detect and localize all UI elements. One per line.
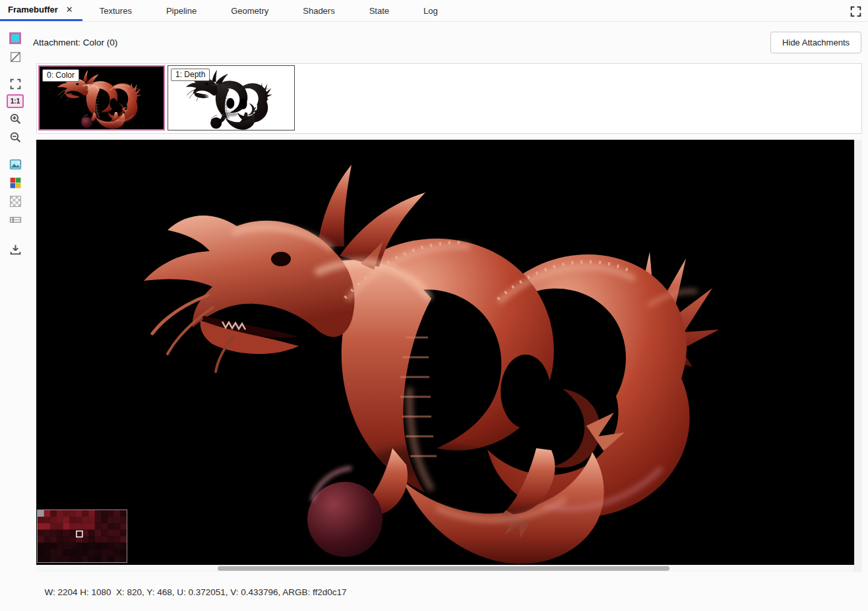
zoom-1-1-label: 1:1 — [11, 98, 20, 105]
zoom-in-button[interactable] — [7, 111, 24, 127]
tab-pipeline[interactable]: Pipeline — [149, 0, 214, 21]
save-image-button[interactable] — [7, 241, 24, 257]
attachment-label-chip: 1: Depth — [171, 69, 210, 81]
tab-state[interactable]: State — [352, 0, 406, 21]
horizontal-scrollbar-thumb[interactable] — [218, 566, 669, 571]
zoom-out-button[interactable] — [7, 129, 24, 145]
image-icon — [9, 158, 22, 171]
tab-framebuffer[interactable]: Framebuffer ✕ — [0, 0, 82, 21]
framebuffer-viewport[interactable] — [36, 140, 854, 565]
attachment-thumb-depth[interactable]: 1: Depth — [168, 65, 295, 131]
attachment-label-chip: 0: Color — [42, 69, 79, 82]
download-icon — [9, 243, 22, 256]
vertical-scrollbar[interactable] — [854, 140, 862, 572]
tab-textures[interactable]: Textures — [82, 0, 149, 21]
tab-geometry[interactable]: Geometry — [214, 0, 286, 21]
tab-label: Log — [423, 6, 438, 16]
zoom-actual-size-button[interactable]: 1:1 — [7, 94, 24, 108]
tab-label: Shaders — [303, 6, 334, 16]
left-toolbar: 1:1 — [5, 30, 25, 257]
pixel-magnifier — [37, 509, 127, 563]
rgba-channels-icon — [9, 177, 22, 189]
color-swatch-icon — [9, 32, 22, 45]
tab-label: Framebuffer — [8, 5, 58, 15]
hide-attachments-button[interactable]: Hide Attachments — [770, 32, 861, 53]
zoom-out-icon — [9, 131, 22, 144]
status-text: W: 2204 H: 1080 X: 820, Y: 468, U: 0.372… — [45, 587, 347, 597]
tab-log[interactable]: Log — [406, 0, 455, 21]
tab-close-icon[interactable]: ✕ — [66, 5, 73, 14]
color-channels-button[interactable] — [7, 175, 24, 190]
status-bar: W: 2204 H: 1080 X: 820, Y: 468, U: 0.372… — [40, 577, 347, 597]
tab-label: State — [369, 6, 389, 16]
tab-label: Pipeline — [166, 6, 197, 16]
tab-label: Geometry — [231, 6, 268, 16]
zoom-in-icon — [9, 113, 22, 125]
zoom-fit-icon — [9, 78, 22, 90]
alpha-diagonal-button[interactable] — [7, 49, 24, 65]
attachments-strip: 0: Color 1: Depth — [36, 63, 862, 134]
tab-bar: Framebuffer ✕ Textures Pipeline Geometry… — [0, 0, 868, 22]
tab-label: Textures — [100, 6, 132, 16]
color-swatch-button[interactable] — [7, 30, 24, 46]
histogram-range-button[interactable] — [7, 212, 24, 227]
zoom-fit-button[interactable] — [7, 76, 24, 92]
attachment-thumb-color[interactable]: 0: Color — [38, 65, 165, 131]
view-image-button[interactable] — [7, 156, 24, 172]
range-icon — [9, 214, 22, 226]
fullscreen-icon[interactable] — [848, 4, 863, 18]
magnifier-pixel-grid — [38, 510, 127, 562]
background-checkerboard-button[interactable] — [7, 193, 24, 209]
horizontal-scrollbar[interactable] — [36, 565, 854, 572]
tab-shaders[interactable]: Shaders — [286, 0, 352, 21]
diagonal-line-icon — [9, 51, 22, 63]
attachment-label: Attachment: Color (0) — [33, 38, 117, 47]
checkerboard-icon — [9, 195, 22, 208]
framebuffer-image — [36, 140, 854, 565]
